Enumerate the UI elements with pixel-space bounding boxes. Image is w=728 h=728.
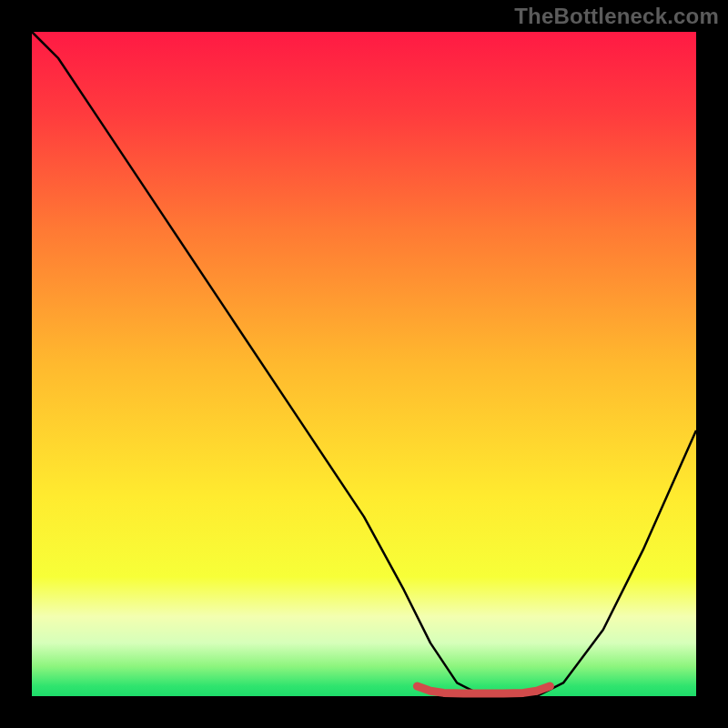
- bottleneck-chart: [0, 0, 728, 728]
- chart-frame: TheBottleneck.com: [0, 0, 728, 728]
- plot-background: [32, 32, 696, 696]
- watermark-text: TheBottleneck.com: [514, 4, 719, 29]
